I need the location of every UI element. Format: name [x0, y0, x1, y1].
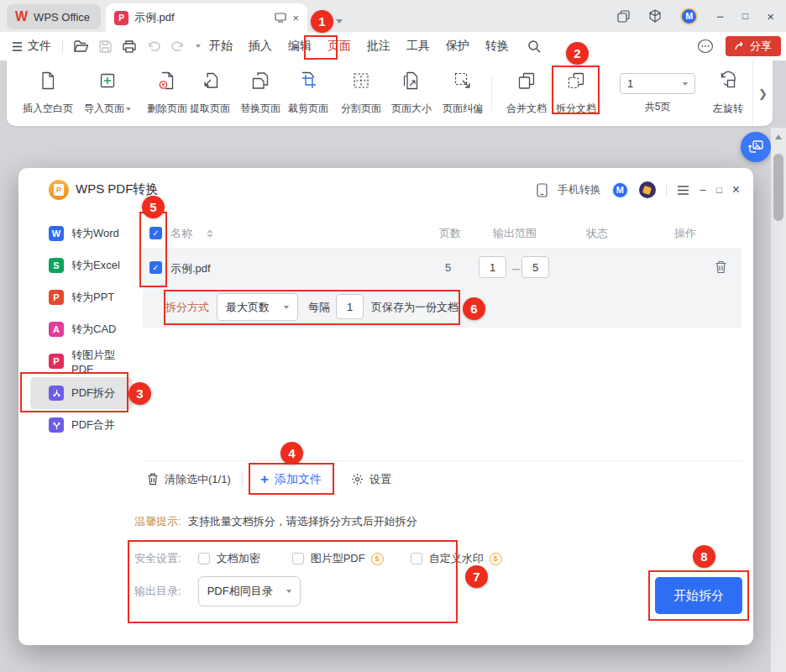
tab-close-icon[interactable]: × [292, 12, 299, 24]
tool-split-document[interactable]: 拆分文档 [548, 71, 605, 116]
menu-item-insert[interactable]: 插入 [246, 39, 275, 54]
file-menu[interactable]: 文件 [12, 39, 51, 54]
sidebar-item-to-word[interactable]: W 转为Word [30, 218, 133, 249]
page-scrollbar[interactable] [771, 128, 786, 672]
sidebar-item-label: 转图片型PDF [71, 348, 133, 375]
watermark-checkbox[interactable] [411, 553, 422, 564]
sidebar-item-to-ppt[interactable]: P 转为PPT [30, 281, 133, 313]
tool-split-page[interactable]: 分割页面 [333, 71, 390, 116]
encrypt-label: 文档加密 [217, 551, 260, 566]
page-number-select[interactable]: 1 [620, 73, 695, 94]
scrollbar-up-arrow[interactable] [775, 134, 782, 139]
account-avatar[interactable]: M [680, 8, 698, 25]
dialog-close-button[interactable]: × [732, 182, 740, 197]
security-row: 安全设置: 文档加密 图片型PDF 自定义水印 [134, 550, 502, 567]
range-to-input[interactable] [521, 256, 549, 278]
sidebar-item-label: 转为PPT [71, 290, 114, 305]
open-icon[interactable] [74, 40, 88, 53]
pages-per-file-input[interactable] [336, 294, 364, 319]
sidebar-item-pdf-split[interactable]: PDF拆分 [30, 377, 133, 409]
column-action: 操作 [674, 226, 696, 241]
menu-item-home[interactable]: 开始 [207, 39, 235, 54]
undo-icon[interactable] [147, 41, 160, 52]
search-icon[interactable] [527, 39, 541, 53]
select-all-checkbox[interactable] [149, 227, 162, 239]
menu-item-comment[interactable]: 批注 [364, 39, 393, 54]
pdf-merge-icon [49, 417, 64, 433]
tool-rotate-left[interactable]: 左旋转 [700, 71, 757, 116]
sidebar-item-to-image-pdf[interactable]: P 转图片型PDF [30, 345, 133, 377]
word-icon: W [49, 226, 64, 241]
range-from-input[interactable] [479, 256, 506, 278]
menu-item-protect[interactable]: 保护 [443, 39, 472, 54]
tool-merge-documents[interactable]: 合并文档 [498, 71, 555, 116]
floating-convert-button[interactable] [741, 132, 771, 162]
split-mode-select[interactable]: 最大页数 [217, 293, 298, 321]
redo-icon[interactable] [171, 41, 185, 52]
output-dir-select[interactable]: PDF相同目录 [198, 576, 301, 606]
start-split-button[interactable]: 开始拆分 [655, 577, 742, 614]
maximize-button[interactable]: □ [742, 10, 748, 22]
tool-crop-page[interactable]: 裁剪页面 [280, 71, 337, 116]
more-options-icon[interactable] [697, 39, 714, 54]
tab-monitor-icon[interactable] [275, 13, 286, 23]
settings-button[interactable]: 设置 [351, 472, 391, 487]
quickbar-chevron-icon[interactable] [196, 45, 201, 48]
minimize-button[interactable]: − [716, 9, 724, 24]
divider [666, 183, 667, 197]
file-list: 名称 页数 输出范围 状态 操作 示例.pdf 5 – 拆分方式 [143, 218, 741, 497]
file-row-checkbox[interactable] [149, 261, 162, 274]
ribbon-expand-chevron[interactable]: ❯ [752, 60, 773, 126]
app-launcher[interactable]: W WPS Office [7, 4, 101, 29]
app-cube-icon[interactable] [648, 9, 662, 23]
tab-list-chevron-icon[interactable] [336, 12, 343, 27]
image-convert-icon [748, 140, 763, 154]
dialog-maximize-button[interactable]: □ [716, 185, 722, 195]
share-button[interactable]: 分享 [726, 36, 781, 56]
every-label: 每隔 [308, 300, 330, 315]
save-icon[interactable] [99, 40, 112, 53]
delete-file-icon[interactable] [715, 260, 727, 274]
menu-item-tools[interactable]: 工具 [404, 39, 432, 54]
menu-item-edit[interactable]: 编辑 [286, 39, 314, 54]
titlebar: W WPS Office P 示例.pdf × + M − □ × [0, 0, 786, 32]
menu-item-convert[interactable]: 转换 [483, 39, 511, 54]
document-tab[interactable]: P 示例.pdf × [106, 3, 307, 32]
add-file-button[interactable]: + 添加文件 [260, 471, 322, 488]
dialog-account-avatar[interactable]: M [611, 181, 629, 199]
image-pdf-icon: P [49, 354, 64, 369]
member-coin-avatar[interactable] [639, 181, 656, 198]
dialog-menu-icon[interactable] [677, 186, 689, 195]
encrypt-checkbox[interactable] [198, 553, 210, 564]
sidebar-item-to-cad[interactable]: A 转为CAD [30, 313, 133, 345]
range-dash: – [512, 261, 520, 276]
sort-icon[interactable] [207, 229, 213, 238]
sidebar-item-label: PDF合并 [71, 417, 115, 433]
tool-insert-blank-page[interactable]: 插入空白页 [19, 71, 76, 116]
print-icon[interactable] [123, 40, 136, 53]
phone-convert-label[interactable]: 手机转换 [558, 182, 601, 197]
file-row[interactable]: 示例.pdf 5 – [143, 249, 741, 286]
list-action-bar: 清除选中(1/1) + 添加文件 设置 [143, 460, 741, 497]
wps-logo-icon: W [15, 9, 28, 24]
new-tab-button[interactable]: + [316, 8, 323, 24]
premium-coin-icon [371, 553, 384, 565]
image-pdf-label: 图片型PDF [311, 551, 365, 566]
sidebar-item-to-excel[interactable]: S 转为Excel [30, 249, 133, 281]
clear-selected-button[interactable]: 清除选中(1/1) [147, 472, 231, 487]
menu-items: 开始 插入 编辑 页面 批注 工具 保护 转换 [207, 32, 541, 60]
close-button[interactable]: × [767, 9, 774, 24]
window-stack-icon[interactable] [617, 10, 630, 23]
tool-page-size[interactable]: 页面大小 [383, 71, 440, 116]
image-pdf-checkbox[interactable] [292, 553, 304, 564]
menu-item-page[interactable]: 页面 [325, 39, 354, 54]
sidebar-item-pdf-merge[interactable]: PDF合并 [30, 409, 133, 441]
tool-extract-page[interactable]: 提取页面 [181, 71, 238, 116]
dialog-minimize-button[interactable]: − [700, 183, 706, 197]
crop-page-icon [298, 71, 318, 91]
tool-page-deskew[interactable]: 页面纠偏 [434, 71, 491, 116]
column-name[interactable]: 名称 [170, 226, 192, 241]
scrollbar-thumb[interactable] [773, 154, 783, 221]
premium-coin-icon [490, 553, 502, 565]
tool-import-page[interactable]: 导入页面 [79, 71, 136, 116]
